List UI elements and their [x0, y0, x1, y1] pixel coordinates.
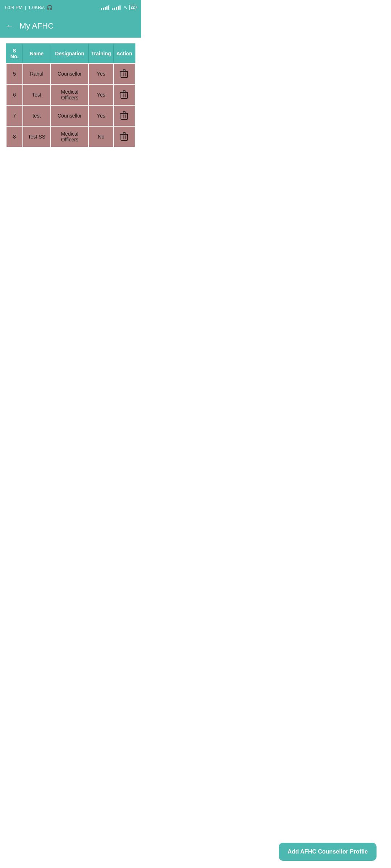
col-training: Training — [89, 44, 114, 63]
cell-sno-3: 8 — [6, 126, 23, 147]
delete-button-1[interactable] — [119, 89, 130, 101]
svg-rect-14 — [121, 114, 127, 120]
cell-training-3: No — [89, 126, 114, 147]
cell-designation-2: Counsellor — [51, 105, 89, 126]
data-table: S No. Name Designation Training Action 5… — [6, 43, 135, 148]
svg-rect-0 — [121, 72, 127, 78]
cell-sno-1: 6 — [6, 84, 23, 105]
col-action: Action — [114, 44, 135, 63]
cell-training-2: Yes — [89, 105, 114, 126]
separator: | — [25, 5, 26, 10]
cell-name-2: test — [23, 105, 51, 126]
trash-icon — [120, 90, 128, 99]
cell-designation-0: Counsellor — [51, 63, 89, 84]
back-button[interactable]: ← — [6, 21, 14, 31]
svg-rect-7 — [121, 93, 127, 99]
cell-designation-1: Medical Officers — [51, 84, 89, 105]
trash-icon — [120, 111, 128, 120]
delete-button-0[interactable] — [119, 68, 130, 80]
col-name: Name — [23, 44, 51, 63]
battery-icon: 22 — [129, 5, 136, 10]
table-header-row: S No. Name Designation Training Action — [6, 44, 135, 63]
delete-button-3[interactable] — [119, 131, 130, 142]
cell-action-0 — [114, 63, 135, 84]
cell-action-2 — [114, 105, 135, 126]
cell-name-1: Test — [23, 84, 51, 105]
battery-level: 22 — [131, 5, 135, 9]
wifi-icon: ∿ — [123, 4, 128, 10]
signal-icon — [101, 5, 109, 10]
app-header: ← My AFHC — [0, 14, 141, 38]
cell-name-3: Test SS — [23, 126, 51, 147]
svg-rect-21 — [121, 135, 127, 141]
trash-icon — [120, 132, 128, 141]
cell-training-1: Yes — [89, 84, 114, 105]
headphone-icon: 🎧 — [47, 5, 52, 10]
cell-training-0: Yes — [89, 63, 114, 84]
cell-action-3 — [114, 126, 135, 147]
main-content: S No. Name Designation Training Action 5… — [0, 38, 141, 153]
cell-name-0: Rahul — [23, 63, 51, 84]
page-title: My AFHC — [20, 21, 54, 31]
signal-icon-2 — [112, 5, 121, 10]
cell-designation-3: Medical Officers — [51, 126, 89, 147]
table-row: 7testCounsellorYes — [6, 105, 135, 126]
status-right: ∿ 22 — [101, 4, 136, 10]
table-row: 8Test SSMedical OfficersNo — [6, 126, 135, 147]
status-left: 6:08 PM | 1.0KB/s 🎧 — [5, 5, 52, 10]
time-display: 6:08 PM — [5, 5, 22, 10]
status-bar: 6:08 PM | 1.0KB/s 🎧 ∿ 22 — [0, 0, 141, 14]
cell-sno-2: 7 — [6, 105, 23, 126]
cell-sno-0: 5 — [6, 63, 23, 84]
speed-display: 1.0KB/s — [28, 5, 45, 10]
cell-action-1 — [114, 84, 135, 105]
table-row: 6TestMedical OfficersYes — [6, 84, 135, 105]
table-row: 5RahulCounsellorYes — [6, 63, 135, 84]
col-sno: S No. — [6, 44, 23, 63]
col-designation: Designation — [51, 44, 89, 63]
trash-icon — [120, 69, 128, 78]
delete-button-2[interactable] — [119, 110, 130, 122]
